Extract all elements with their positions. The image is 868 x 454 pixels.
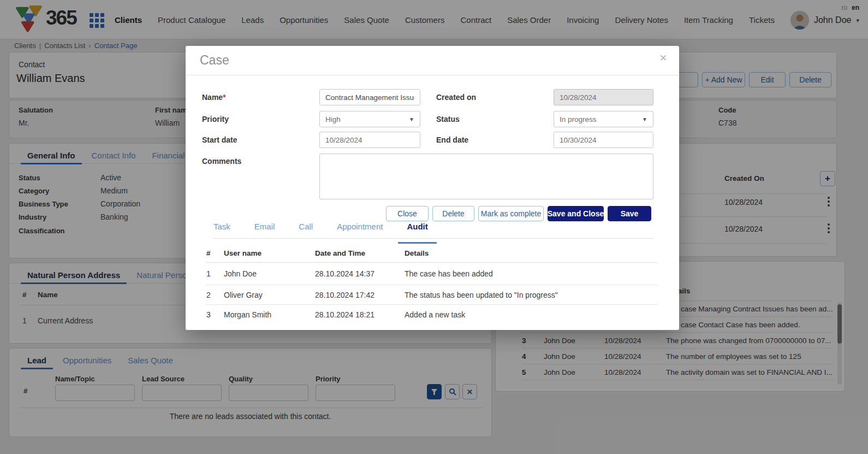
case-modal: Case ✕ Name* Created on Priority High▼ S… <box>186 46 679 330</box>
start-date-field[interactable] <box>319 132 420 148</box>
case-audit-table: # User name Date and Time Details 1 John… <box>206 244 657 325</box>
created-on-field <box>554 89 653 105</box>
priority-select[interactable]: High▼ <box>319 111 420 127</box>
status-select[interactable]: In progress▼ <box>554 111 653 127</box>
priority-label: Priority <box>202 115 229 123</box>
table-row: 2 Oliver Gray 28.10.2024 17:42 The statu… <box>206 285 657 305</box>
column-header: Details <box>405 249 657 257</box>
save-and-close-button[interactable]: Save and Close <box>548 206 604 221</box>
table-row: 1 John Doe 28.10.2024 14:37 The case has… <box>206 263 657 285</box>
column-header: Date and Time <box>315 249 405 257</box>
column-header: User name <box>224 249 315 257</box>
name-field[interactable] <box>319 89 420 105</box>
app-window: 365 Clients Product Catalogue Leads Oppo… <box>0 0 868 454</box>
modal-button-row: Close Delete Mark as complete Save and C… <box>386 206 651 221</box>
save-button[interactable]: Save <box>608 206 651 221</box>
required-asterisk: * <box>223 93 225 102</box>
tab-task[interactable]: Task <box>213 222 230 238</box>
table-header-row: # User name Date and Time Details <box>206 244 657 263</box>
end-date-field[interactable] <box>554 132 653 148</box>
created-on-label: Created on <box>436 93 476 102</box>
column-header: # <box>206 249 224 257</box>
tab-call[interactable]: Call <box>299 222 313 238</box>
mark-as-complete-button[interactable]: Mark as complete <box>478 206 544 221</box>
close-icon[interactable]: ✕ <box>659 52 667 64</box>
chevron-down-icon: ▼ <box>642 116 647 122</box>
comments-field[interactable] <box>319 154 653 199</box>
end-date-label: End date <box>436 135 468 144</box>
close-button[interactable]: Close <box>386 206 429 221</box>
status-label: Status <box>436 115 460 123</box>
tab-appointment[interactable]: Appointment <box>337 222 383 238</box>
table-row: 3 Morgan Smith 28.10.2024 18:21 Added a … <box>206 305 657 325</box>
name-label: Name* <box>202 93 226 102</box>
modal-tabs: Task Email Call Appointment Audit <box>213 222 653 239</box>
chevron-down-icon: ▼ <box>409 116 414 122</box>
delete-button[interactable]: Delete <box>432 206 474 221</box>
tab-audit[interactable]: Audit <box>407 222 427 238</box>
comments-label: Comments <box>202 157 241 166</box>
start-date-label: Start date <box>202 135 237 144</box>
modal-title: Case <box>200 53 229 68</box>
tab-email[interactable]: Email <box>254 222 275 238</box>
